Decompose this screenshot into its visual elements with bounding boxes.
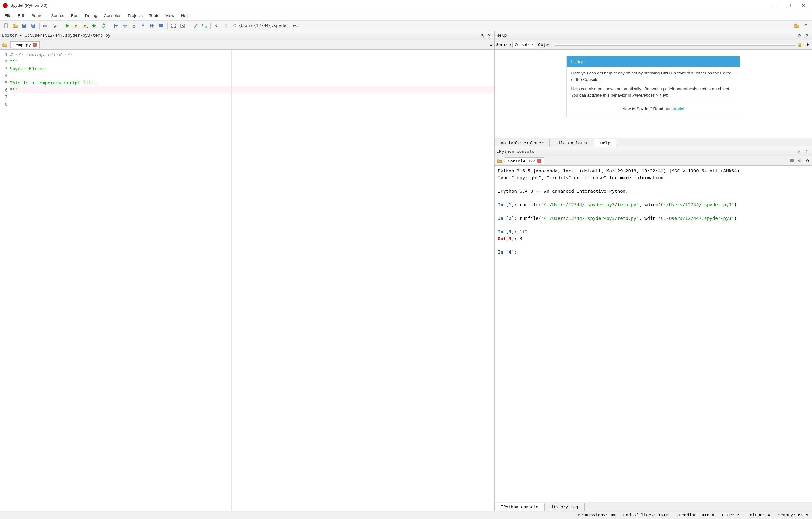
pythonpath-button[interactable]	[200, 22, 208, 30]
tab-label: temp.py	[13, 43, 31, 47]
console-output[interactable]: Python 3.6.5 |Anaconda, Inc.| (default, …	[495, 166, 812, 501]
console-tab[interactable]: Console 1/A ✕	[505, 157, 544, 164]
menu-edit[interactable]: Edit	[14, 12, 28, 19]
console-header-text: IPython console	[497, 149, 534, 154]
forward-button[interactable]	[222, 22, 230, 30]
help-options-icon[interactable]: ⚙	[804, 42, 811, 48]
menu-search[interactable]: Search	[28, 12, 48, 19]
editor-pane: Editor - C:\Users\12744\.spyder-py3\temp…	[0, 31, 495, 511]
toolbar-sep	[110, 23, 110, 29]
editor-options-icon[interactable]: ⚙	[489, 43, 493, 47]
step-into-button[interactable]	[130, 22, 138, 30]
status-column: Column: 4	[748, 513, 770, 517]
close-pane-icon[interactable]: ✕	[804, 32, 810, 38]
svg-rect-19	[160, 24, 163, 27]
svg-point-22	[203, 24, 204, 25]
browse-tabs-icon[interactable]	[1, 41, 8, 48]
run-cell-advance-button[interactable]	[81, 22, 90, 30]
main-area: Editor - C:\Users\12744\.spyder-py3\temp…	[0, 31, 812, 511]
svg-text:@: @	[53, 24, 57, 28]
step-over-button[interactable]	[121, 22, 129, 30]
menu-file[interactable]: File	[1, 12, 14, 19]
run-button[interactable]	[63, 22, 71, 30]
close-tab-icon[interactable]: ✕	[33, 43, 37, 47]
maximize-pane-button[interactable]	[170, 22, 178, 30]
menu-debug[interactable]: Debug	[82, 12, 100, 19]
close-pane-icon[interactable]: ✕	[804, 148, 810, 155]
rerun-button[interactable]	[99, 22, 108, 30]
create-cell-button[interactable]: @	[51, 22, 59, 30]
edit-icon[interactable]: ✎	[796, 158, 803, 164]
close-pane-icon[interactable]: ✕	[487, 32, 492, 38]
svg-rect-15	[92, 25, 93, 26]
status-bar: Permissions: RW End-of-lines: CRLF Encod…	[0, 511, 812, 519]
console-tab-history-log[interactable]: History log	[544, 503, 584, 511]
undock-icon[interactable]: ⇱	[797, 32, 803, 38]
menu-consoles[interactable]: Consoles	[100, 12, 124, 19]
help-tab-help[interactable]: Help	[594, 139, 616, 147]
toolbar-sep	[210, 23, 211, 29]
run-cell-button[interactable]	[72, 22, 81, 30]
help-header-text: Help	[497, 33, 506, 38]
help-tab-variable-explorer[interactable]: Variable explorer	[495, 139, 550, 147]
continue-button[interactable]	[148, 22, 156, 30]
code-area[interactable]: # -*- coding: utf-8 -*-"""Spyder EditorT…	[9, 50, 494, 511]
menu-run[interactable]: Run	[68, 12, 82, 19]
fullscreen-button[interactable]	[178, 22, 187, 30]
object-label: Object	[538, 42, 553, 47]
back-button[interactable]	[213, 22, 221, 30]
close-button[interactable]: ✕	[802, 3, 806, 8]
new-file-button[interactable]	[2, 22, 10, 30]
source-combo[interactable]: Console	[512, 42, 535, 48]
close-tab-icon[interactable]: ✕	[538, 159, 541, 163]
title-bar: Spyder (Python 3.6) — ☐ ✕	[0, 0, 812, 11]
preferences-button[interactable]	[191, 22, 199, 30]
save-button[interactable]	[20, 22, 28, 30]
svg-rect-23	[790, 159, 794, 162]
editor-header-text: Editor - C:\Users\12744\.spyder-py3\temp…	[2, 33, 111, 38]
help-tab-file-explorer[interactable]: File explorer	[549, 139, 594, 147]
editor-header: Editor - C:\Users\12744\.spyder-py3\temp…	[0, 31, 494, 40]
undock-icon[interactable]: ⇱	[797, 148, 803, 155]
object-input[interactable]	[555, 44, 795, 46]
run-selection-button[interactable]	[90, 22, 98, 30]
menu-help[interactable]: Help	[178, 12, 193, 19]
parent-dir-button[interactable]	[802, 22, 810, 30]
lock-icon[interactable]: 🔒	[796, 42, 803, 48]
usage-content: Here you can get help of any object by p…	[567, 67, 740, 117]
menu-projects[interactable]: Projects	[124, 12, 146, 19]
outline-button[interactable]	[41, 22, 50, 30]
source-label: Source	[496, 42, 511, 47]
open-file-button[interactable]	[11, 22, 19, 30]
undock-icon[interactable]: ⇱	[480, 32, 485, 38]
svg-point-10	[44, 25, 44, 26]
status-encoding: Encoding: UTF-8	[676, 513, 714, 517]
menu-tools[interactable]: Tools	[146, 12, 162, 19]
tab-label: Console 1/A	[508, 159, 535, 163]
toolbar-sep	[39, 23, 40, 29]
line-gutter: 12345678	[0, 50, 9, 511]
minimize-button[interactable]: —	[772, 3, 777, 8]
editor-tab-temp[interactable]: temp.py ✕	[10, 41, 40, 48]
browse-dir-button[interactable]	[793, 22, 801, 30]
menu-source[interactable]: Source	[48, 12, 68, 19]
svg-point-17	[134, 27, 135, 28]
step-out-button[interactable]	[139, 22, 147, 30]
working-dir-path[interactable]: C:\Users\12744\.spyder-py3	[233, 23, 299, 28]
stop-kernel-icon[interactable]	[789, 158, 795, 164]
code-editor[interactable]: 12345678 # -*- coding: utf-8 -*-"""Spyde…	[0, 50, 494, 511]
maximize-button[interactable]: ☐	[787, 3, 791, 8]
console-options-icon[interactable]: ⚙	[804, 158, 811, 164]
menu-view[interactable]: View	[162, 12, 178, 19]
menu-bar: FileEditSearchSourceRunDebugConsolesProj…	[0, 11, 812, 21]
browse-tabs-icon[interactable]	[496, 157, 503, 164]
stop-debug-button[interactable]	[157, 22, 165, 30]
save-all-button[interactable]	[29, 22, 37, 30]
debug-button[interactable]	[112, 22, 120, 30]
tutorial-link[interactable]: tutorial	[672, 106, 685, 111]
console-tab-ipython-console[interactable]: IPython console	[495, 503, 545, 511]
status-eol: End-of-lines: CRLF	[624, 513, 669, 517]
status-permissions: Permissions: RW	[578, 513, 615, 517]
toolbar-sep	[61, 23, 61, 29]
svg-rect-5	[32, 24, 33, 25]
